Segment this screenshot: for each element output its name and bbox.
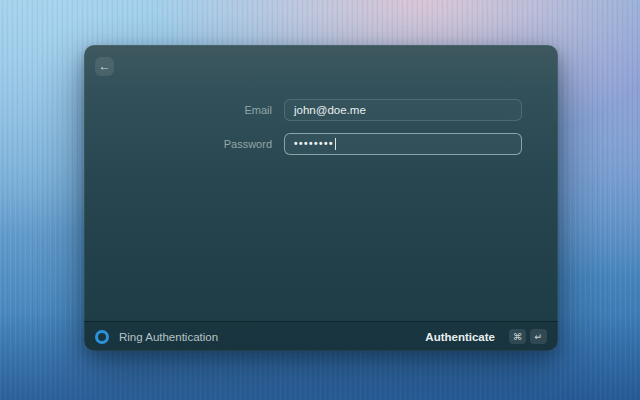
email-value: john@doe.me — [294, 104, 366, 116]
arrow-left-icon: ← — [99, 59, 111, 73]
email-row: Email john@doe.me — [84, 99, 558, 121]
password-input[interactable]: •••••••• — [284, 133, 522, 155]
password-label: Password — [84, 138, 272, 150]
authenticate-button[interactable]: Authenticate — [425, 331, 495, 343]
command-key-icon: ⌘ — [509, 329, 526, 344]
return-key-icon: ↵ — [530, 329, 547, 344]
ring-icon — [95, 330, 109, 344]
login-form: Email john@doe.me Password •••••••• — [84, 99, 558, 167]
back-button[interactable]: ← — [95, 57, 114, 76]
email-input[interactable]: john@doe.me — [284, 99, 522, 121]
text-cursor — [335, 138, 336, 150]
app-name: Ring Authentication — [119, 331, 218, 343]
password-row: Password •••••••• — [84, 133, 558, 155]
password-value: •••••••• — [294, 133, 334, 155]
footer-bar: Ring Authentication Authenticate ⌘ ↵ — [84, 321, 558, 351]
auth-window: ← Email john@doe.me Password •••••••• Ri… — [84, 45, 558, 351]
email-label: Email — [84, 104, 272, 116]
